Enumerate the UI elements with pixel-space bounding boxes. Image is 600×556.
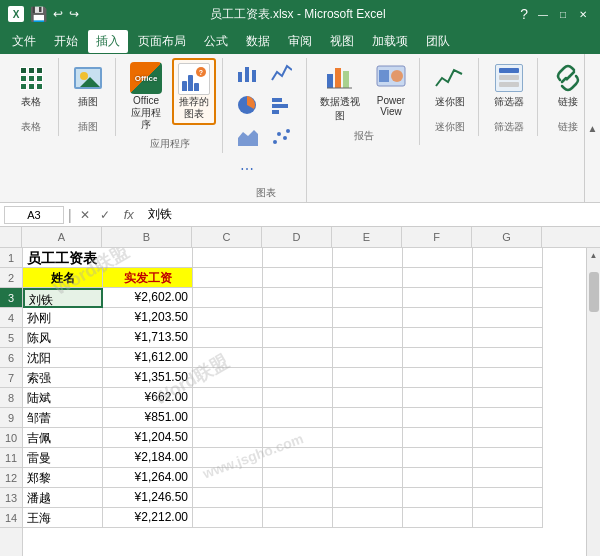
cell-g2[interactable] (473, 268, 543, 288)
menu-insert[interactable]: 插入 (88, 30, 128, 53)
cell-a1[interactable]: 员工工资表 (23, 248, 193, 268)
cell-c10[interactable] (193, 428, 263, 448)
col-header-g[interactable]: G (472, 227, 542, 247)
close-button[interactable]: ✕ (574, 6, 592, 22)
cell-a3[interactable]: 刘铁 (23, 288, 103, 308)
col-header-b[interactable]: B (102, 227, 192, 247)
cell-a8[interactable]: 陆斌 (23, 388, 103, 408)
cell-e5[interactable] (333, 328, 403, 348)
cell-b11[interactable]: ¥2,184.00 (103, 448, 193, 468)
cell-a4[interactable]: 孙刚 (23, 308, 103, 328)
pie-chart-button[interactable] (231, 90, 263, 120)
cell-f6[interactable] (403, 348, 473, 368)
menu-data[interactable]: 数据 (238, 30, 278, 53)
cell-d1[interactable] (263, 248, 333, 268)
cell-e1[interactable] (333, 248, 403, 268)
cell-g1[interactable] (473, 248, 543, 268)
cell-g5[interactable] (473, 328, 543, 348)
menu-page-layout[interactable]: 页面布局 (130, 30, 194, 53)
cell-c2[interactable] (193, 268, 263, 288)
scrollbar-up-button[interactable]: ▲ (587, 248, 601, 262)
cell-f10[interactable] (403, 428, 473, 448)
cell-c7[interactable] (193, 368, 263, 388)
cell-c14[interactable] (193, 508, 263, 528)
cell-f13[interactable] (403, 488, 473, 508)
cell-e13[interactable] (333, 488, 403, 508)
cell-d11[interactable] (263, 448, 333, 468)
cell-c5[interactable] (193, 328, 263, 348)
cell-a11[interactable]: 雷曼 (23, 448, 103, 468)
cell-e9[interactable] (333, 408, 403, 428)
cell-a12[interactable]: 郑黎 (23, 468, 103, 488)
row-header-6[interactable]: 6 (0, 348, 22, 368)
line-chart-button[interactable] (265, 58, 297, 88)
cell-e3[interactable] (333, 288, 403, 308)
scatter-chart-button[interactable] (265, 122, 297, 152)
row-header-13[interactable]: 13 (0, 488, 22, 508)
cell-e10[interactable] (333, 428, 403, 448)
sparkline-button[interactable]: 迷你图 (428, 58, 472, 113)
menu-formula[interactable]: 公式 (196, 30, 236, 53)
cell-e12[interactable] (333, 468, 403, 488)
cell-d13[interactable] (263, 488, 333, 508)
table-button[interactable]: 表格 (10, 58, 52, 113)
cell-c9[interactable] (193, 408, 263, 428)
col-header-f[interactable]: F (402, 227, 472, 247)
menu-team[interactable]: 团队 (418, 30, 458, 53)
menu-file[interactable]: 文件 (4, 30, 44, 53)
cell-a10[interactable]: 吉佩 (23, 428, 103, 448)
cell-f11[interactable] (403, 448, 473, 468)
cell-g7[interactable] (473, 368, 543, 388)
power-view-button[interactable]: PowerView (369, 58, 413, 121)
cell-f8[interactable] (403, 388, 473, 408)
cell-g8[interactable] (473, 388, 543, 408)
row-header-14[interactable]: 14 (0, 508, 22, 528)
cell-c11[interactable] (193, 448, 263, 468)
formula-input[interactable] (144, 208, 596, 222)
row-header-11[interactable]: 11 (0, 448, 22, 468)
cell-b2[interactable]: 实发工资 (103, 268, 193, 288)
cell-c8[interactable] (193, 388, 263, 408)
cell-g12[interactable] (473, 468, 543, 488)
cell-f2[interactable] (403, 268, 473, 288)
cell-b3[interactable]: ¥2,602.00 (103, 288, 193, 308)
cell-c13[interactable] (193, 488, 263, 508)
cell-c6[interactable] (193, 348, 263, 368)
row-header-1[interactable]: 1 (0, 248, 22, 268)
cell-b10[interactable]: ¥1,204.50 (103, 428, 193, 448)
bar-chart-button[interactable] (265, 90, 297, 120)
cell-b6[interactable]: ¥1,612.00 (103, 348, 193, 368)
cell-f5[interactable] (403, 328, 473, 348)
cell-g6[interactable] (473, 348, 543, 368)
cell-f4[interactable] (403, 308, 473, 328)
minimize-button[interactable]: — (534, 6, 552, 22)
cell-e2[interactable] (333, 268, 403, 288)
cell-g4[interactable] (473, 308, 543, 328)
picture-button[interactable]: 插图 (67, 58, 109, 113)
cell-d8[interactable] (263, 388, 333, 408)
cell-b12[interactable]: ¥1,264.00 (103, 468, 193, 488)
cell-a7[interactable]: 索强 (23, 368, 103, 388)
cell-d7[interactable] (263, 368, 333, 388)
cell-f12[interactable] (403, 468, 473, 488)
cell-b7[interactable]: ¥1,351.50 (103, 368, 193, 388)
cell-c1[interactable] (193, 248, 263, 268)
row-header-2[interactable]: 2 (0, 268, 22, 288)
cell-g3[interactable] (473, 288, 543, 308)
area-chart-button[interactable] (231, 122, 263, 152)
cell-a5[interactable]: 陈风 (23, 328, 103, 348)
confirm-formula-button[interactable]: ✓ (96, 206, 114, 224)
cell-g13[interactable] (473, 488, 543, 508)
cell-e8[interactable] (333, 388, 403, 408)
cell-f9[interactable] (403, 408, 473, 428)
redo-button[interactable]: ↪ (69, 7, 79, 21)
cell-reference-input[interactable] (4, 206, 64, 224)
cell-b14[interactable]: ¥2,212.00 (103, 508, 193, 528)
scrollbar-thumb[interactable] (589, 272, 599, 312)
ribbon-collapse-button[interactable]: ▲ (584, 54, 600, 202)
cell-g10[interactable] (473, 428, 543, 448)
column-chart-button[interactable] (231, 58, 263, 88)
cell-e11[interactable] (333, 448, 403, 468)
cell-f7[interactable] (403, 368, 473, 388)
scrollbar-track[interactable] (587, 262, 600, 556)
